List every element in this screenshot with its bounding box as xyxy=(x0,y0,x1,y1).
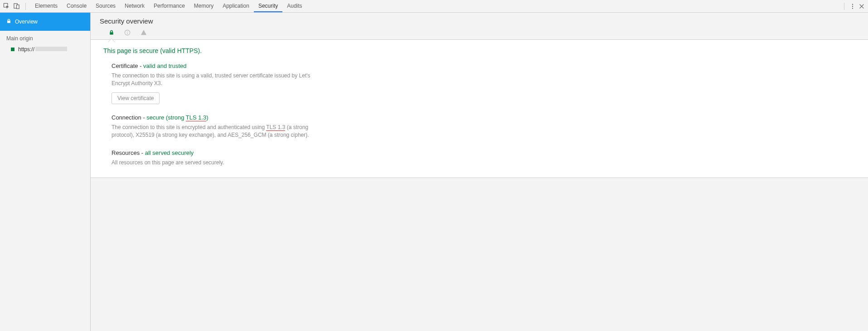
inspect-element-icon[interactable] xyxy=(3,3,10,10)
device-toggle-icon[interactable] xyxy=(13,3,20,10)
secure-headline: This page is secure (valid HTTPS). xyxy=(103,47,855,54)
resources-section: Resources - all served securely All reso… xyxy=(103,149,855,167)
security-state-row xyxy=(100,25,859,39)
secure-square-icon xyxy=(11,48,15,51)
warning-state-icon xyxy=(141,29,147,36)
resources-heading: Resources - all served securely xyxy=(112,149,224,156)
tab-console[interactable]: Console xyxy=(62,0,91,12)
sidebar-overview-label: Overview xyxy=(15,19,38,25)
connection-section: Connection - secure (strong TLS 1.3) The… xyxy=(103,114,855,139)
svg-rect-2 xyxy=(16,5,19,9)
tab-sources[interactable]: Sources xyxy=(91,0,120,12)
toolbar-left xyxy=(3,3,29,10)
security-sidebar: Overview Main origin https:// xyxy=(0,13,91,331)
origin-text: https:// xyxy=(18,46,67,53)
svg-point-4 xyxy=(852,5,853,6)
toolbar-separator xyxy=(25,3,26,10)
svg-point-7 xyxy=(127,31,127,32)
svg-point-3 xyxy=(852,4,853,5)
svg-point-5 xyxy=(852,8,853,9)
connection-heading: Connection - secure (strong TLS 1.3) xyxy=(112,114,320,121)
toolbar-separator xyxy=(844,3,844,10)
security-content: Security overview This page is secure (v… xyxy=(91,13,868,331)
content-header: Security overview xyxy=(91,13,868,39)
content-body: This page is secure (valid HTTPS). Certi… xyxy=(91,39,868,178)
view-certificate-button[interactable]: View certificate xyxy=(112,92,160,104)
certificate-heading: Certificate - valid and trusted xyxy=(112,62,320,69)
devtools-toolbar: Elements Console Sources Network Perform… xyxy=(0,0,868,13)
tab-performance[interactable]: Performance xyxy=(149,0,189,12)
certificate-desc: The connection to this site is using a v… xyxy=(112,72,320,88)
certificate-section: Certificate - valid and trusted The conn… xyxy=(103,62,855,104)
resources-desc: All resources on this page are served se… xyxy=(112,159,224,167)
sidebar-origin-item[interactable]: https:// xyxy=(0,43,90,55)
tab-elements[interactable]: Elements xyxy=(30,0,62,12)
connection-desc: The connection to this site is encrypted… xyxy=(112,124,320,139)
sidebar-section-label: Main origin xyxy=(0,31,90,43)
page-title: Security overview xyxy=(100,17,859,25)
tab-network[interactable]: Network xyxy=(120,0,149,12)
lock-icon xyxy=(6,19,11,25)
devtools-tabs: Elements Console Sources Network Perform… xyxy=(30,0,307,12)
info-state-icon xyxy=(124,29,131,36)
tab-application[interactable]: Application xyxy=(218,0,254,12)
tab-security[interactable]: Security xyxy=(254,0,282,12)
more-menu-icon[interactable] xyxy=(849,3,856,10)
toolbar-right xyxy=(841,3,865,10)
sidebar-overview[interactable]: Overview xyxy=(0,13,90,31)
main-area: Overview Main origin https:// Security o… xyxy=(0,13,868,331)
secure-state-icon xyxy=(109,30,114,35)
tab-audits[interactable]: Audits xyxy=(282,0,306,12)
close-icon[interactable] xyxy=(858,3,865,10)
origin-redacted xyxy=(35,47,67,51)
tab-memory[interactable]: Memory xyxy=(189,0,218,12)
